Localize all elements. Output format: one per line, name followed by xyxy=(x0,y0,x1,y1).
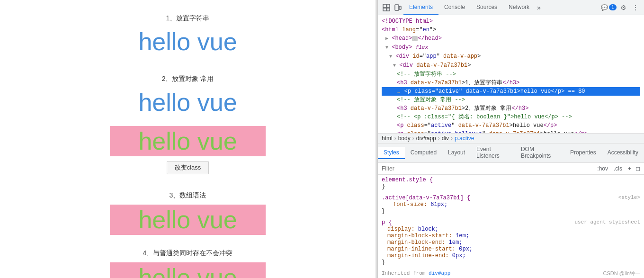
section-1: 1、放置字符串 hello vue xyxy=(0,9,376,70)
rule-selector-active: .active[data-v-7a7a37b1] { <style> xyxy=(382,195,640,201)
section-3-content: hello vue xyxy=(110,205,265,235)
html-tree: <!DOCTYPE html> <html lang="en"> ▶ <head… xyxy=(378,15,644,134)
breadcrumb-html[interactable]: html xyxy=(382,135,393,142)
attribution: CSDN @lin钟一 xyxy=(603,270,640,277)
left-panel: 1、放置字符串 hello vue 2、放置对象 常用 hello vue he… xyxy=(0,0,376,278)
tree-line-head[interactable]: ▶ <head>…</head> xyxy=(382,34,640,43)
rule-selector-p: p { user agent stylesheet xyxy=(382,219,640,226)
section-3-heading: 3、数组语法 xyxy=(170,191,206,200)
section-3: 3、数组语法 hello vue xyxy=(0,187,376,244)
rule-active: .active[data-v-7a7a37b1] { <style> font-… xyxy=(382,195,640,215)
tree-line-h3-2[interactable]: <h3 data-v-7a7a37b1>2、放置对象 常用</h3> xyxy=(382,104,640,113)
elements-panel: <!DOCTYPE html> <html lang="en"> ▶ <head… xyxy=(378,15,644,278)
tab-elements[interactable]: Elements xyxy=(403,0,438,15)
section-2-extra: hello vue xyxy=(110,126,265,156)
style-rules: element.style { } .active[data-v-7a7a37b… xyxy=(378,175,644,278)
rule-prop-margin-block-start: margin-block-start: 1em; xyxy=(382,233,640,239)
breadcrumb-body[interactable]: body xyxy=(398,135,411,142)
tree-line-p-active-highlighted[interactable]: … <p class="active" data-v-7a7a37b1>hell… xyxy=(382,87,640,96)
section-2: 2、放置对象 常用 hello vue hello vue 改变class xyxy=(0,70,376,187)
section-1-content: hello vue xyxy=(138,27,237,56)
tree-line-p-active2[interactable]: <p class="active" data-v-7a7a37b1>hello … xyxy=(382,121,640,130)
cls-filter-btn[interactable]: .cls xyxy=(612,165,624,172)
console-badge: 1 xyxy=(609,4,617,10)
inherited-from-divapp: Inherited from div#app xyxy=(382,270,640,276)
filter-right: :hov .cls + ◻ xyxy=(596,165,640,172)
rule-prop-margin-block-end: margin-block-end: 1em; xyxy=(382,239,640,246)
hov-filter-btn[interactable]: :hov xyxy=(596,165,609,172)
devtools-right-icons: 💬 1 ⚙ ⋮ xyxy=(601,2,641,13)
add-rule-btn[interactable]: + xyxy=(626,165,633,172)
section-2-heading: 2、放置对象 常用 xyxy=(162,75,214,83)
tree-line-div-app[interactable]: ▼ <div id="app" data-v-app> xyxy=(382,52,640,61)
filter-input[interactable] xyxy=(382,165,596,172)
rule-selector-element: element.style { xyxy=(382,177,640,183)
more-options-icon[interactable]: ⋮ xyxy=(630,2,641,13)
tree-line-html[interactable]: <html lang="en"> xyxy=(382,26,640,34)
devtools-tabs: Elements Console Sources Network » xyxy=(403,0,601,15)
settings-icon[interactable]: ⚙ xyxy=(617,2,629,13)
tree-line-doctype: <!DOCTYPE html> xyxy=(382,17,640,26)
svg-rect-4 xyxy=(395,5,399,10)
tab-console[interactable]: Console xyxy=(438,0,471,15)
rule-property-fontsize: font-size: 61px; xyxy=(382,201,640,208)
tab-computed[interactable]: Computed xyxy=(405,147,442,159)
svg-rect-3 xyxy=(387,8,390,11)
inspect-icon[interactable] xyxy=(381,2,392,13)
tab-styles[interactable]: Styles xyxy=(378,147,405,159)
change-class-button[interactable]: 改变class xyxy=(167,161,209,174)
tab-sources[interactable]: Sources xyxy=(471,0,503,15)
rule-element-style: element.style { } xyxy=(382,177,640,190)
rule-p-ua: p { user agent stylesheet display: block… xyxy=(382,219,640,266)
rule-close-active: } xyxy=(382,208,640,215)
section-2-content: hello vue xyxy=(138,88,237,117)
section-1-heading: 1、放置字符串 xyxy=(166,14,210,23)
section-4-heading: 4、与普通类同时存在不会冲突 xyxy=(143,249,233,258)
tree-line-body[interactable]: ▼ <body> flex xyxy=(382,43,640,52)
tab-accessibility[interactable]: Accessibility xyxy=(602,147,644,159)
tree-line-div-data[interactable]: ▼ <div data-v-7a7a37b1> xyxy=(382,61,640,70)
section-4-content: hello vue xyxy=(110,262,265,278)
breadcrumb-divapp[interactable]: div#app xyxy=(416,135,436,142)
rule-close-element: } xyxy=(382,183,640,190)
more-tabs-icon[interactable]: » xyxy=(535,4,543,11)
tab-network[interactable]: Network xyxy=(503,0,535,15)
svg-rect-5 xyxy=(399,6,401,9)
svg-rect-0 xyxy=(383,4,386,8)
tree-expand-dots: … xyxy=(397,89,400,94)
tab-properties[interactable]: Properties xyxy=(564,147,602,159)
tree-line-h3-1[interactable]: <h3 data-v-7a7a37b1>1、放置字符串</h3> xyxy=(382,79,640,87)
svg-rect-2 xyxy=(383,8,386,11)
inherited-from-link[interactable]: div#app xyxy=(429,270,450,276)
devtools-panel: Elements Console Sources Network » 💬 1 ⚙… xyxy=(377,0,644,278)
console-badge-area[interactable]: 💬 1 xyxy=(601,4,617,11)
devtools-toolbar: Elements Console Sources Network » 💬 1 ⚙… xyxy=(378,0,644,15)
style-tabs: Styles Computed Layout Event Listeners D… xyxy=(378,143,644,163)
rule-prop-margin-inline-start: margin-inline-start: 0px; xyxy=(382,246,640,252)
tab-dom-breakpoints[interactable]: DOM Breakpoints xyxy=(515,143,564,162)
device-icon[interactable] xyxy=(392,2,403,13)
tree-line-p-hellovue[interactable]: <p class="active hellovue" data-v-7a7a37… xyxy=(382,130,640,134)
expand-icon[interactable]: ◻ xyxy=(635,165,640,172)
tab-layout[interactable]: Layout xyxy=(442,147,471,159)
rule-close-p: } xyxy=(382,259,640,266)
rule-prop-display: display: block; xyxy=(382,226,640,233)
filter-bar: :hov .cls + ◻ xyxy=(378,163,644,175)
breadcrumb-div[interactable]: div xyxy=(442,135,449,142)
tree-line-comment3: <!-- <p :class="{ 类名: boolean }">hello v… xyxy=(382,113,640,121)
breadcrumb-pactive[interactable]: p.active xyxy=(455,135,474,142)
breadcrumb-bar: html › body › div#app › div › p.active xyxy=(378,134,644,143)
section-4: 4、与普通类同时存在不会冲突 hello vue xyxy=(0,244,376,278)
tree-line-comment1: <!-- 放置字符串 --> xyxy=(382,70,640,79)
tab-event-listeners[interactable]: Event Listeners xyxy=(471,143,515,162)
tree-line-comment2: <!-- 放置对象 常用 --> xyxy=(382,96,640,104)
svg-rect-1 xyxy=(387,4,390,8)
rule-prop-margin-inline-end: margin-inline-end: 0px; xyxy=(382,252,640,259)
